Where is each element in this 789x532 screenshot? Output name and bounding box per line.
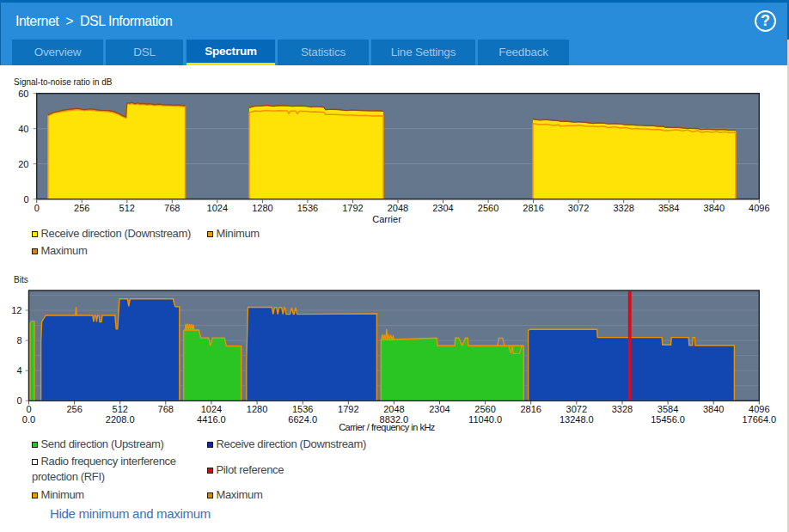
svg-text:6624.0: 6624.0 [288, 414, 317, 425]
svg-text:1536: 1536 [297, 203, 318, 213]
svg-text:1280: 1280 [247, 404, 267, 414]
svg-text:40: 40 [18, 124, 28, 134]
svg-text:1792: 1792 [342, 203, 363, 213]
svg-text:2208.0: 2208.0 [106, 414, 135, 425]
svg-text:17664.0: 17664.0 [742, 414, 776, 425]
svg-text:2048: 2048 [388, 203, 408, 213]
svg-text:1280: 1280 [252, 203, 272, 213]
svg-text:3072: 3072 [566, 404, 587, 414]
svg-text:4: 4 [16, 365, 21, 376]
svg-text:3072: 3072 [568, 203, 589, 213]
svg-text:3840: 3840 [704, 203, 725, 213]
svg-text:0.0: 0.0 [22, 414, 35, 425]
svg-text:3328: 3328 [612, 404, 633, 414]
svg-text:0: 0 [34, 203, 40, 213]
svg-text:15456.0: 15456.0 [651, 414, 685, 425]
svg-text:1024: 1024 [207, 203, 228, 213]
svg-text:256: 256 [66, 404, 82, 414]
svg-text:2048: 2048 [383, 404, 404, 414]
svg-text:0: 0 [16, 395, 21, 406]
svg-text:1792: 1792 [338, 404, 358, 414]
svg-text:2816: 2816 [523, 203, 543, 213]
svg-text:20: 20 [18, 159, 28, 169]
svg-text:11040.0: 11040.0 [468, 414, 502, 425]
svg-text:Carrier: Carrier [372, 214, 401, 224]
svg-text:3840: 3840 [703, 404, 724, 414]
svg-text:4416.0: 4416.0 [197, 414, 226, 425]
svg-text:4096: 4096 [749, 203, 769, 213]
svg-text:512: 512 [119, 203, 135, 213]
svg-text:0: 0 [23, 194, 28, 205]
svg-text:512: 512 [113, 404, 128, 414]
svg-text:2304: 2304 [432, 203, 453, 213]
svg-text:12: 12 [11, 305, 21, 315]
svg-text:13248.0: 13248.0 [560, 414, 594, 425]
svg-text:256: 256 [74, 203, 89, 213]
svg-text:8: 8 [16, 335, 21, 345]
svg-text:768: 768 [164, 203, 180, 213]
svg-text:0: 0 [26, 404, 31, 414]
svg-text:768: 768 [158, 404, 174, 414]
svg-text:2560: 2560 [478, 203, 498, 213]
svg-text:3584: 3584 [658, 203, 679, 213]
svg-text:3328: 3328 [613, 203, 633, 213]
svg-text:1024: 1024 [201, 404, 222, 414]
svg-text:4096: 4096 [749, 404, 769, 414]
svg-text:2816: 2816 [520, 404, 541, 414]
svg-text:2560: 2560 [474, 404, 495, 414]
svg-text:Carrier / frequency in kHz: Carrier / frequency in kHz [339, 422, 435, 432]
svg-text:2304: 2304 [429, 404, 450, 414]
svg-text:1536: 1536 [292, 404, 313, 414]
svg-text:60: 60 [18, 89, 28, 99]
svg-text:3584: 3584 [658, 404, 678, 414]
